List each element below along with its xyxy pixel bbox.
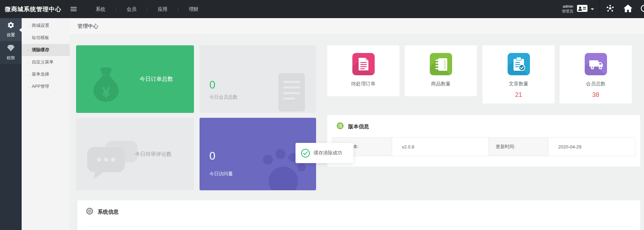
sidebar-submenu: · 商城设置 · 短信模板 · 清除缓存 · 自定义菜单 · 菜单选择 · AP… <box>22 18 70 230</box>
id-card-icon <box>577 4 588 14</box>
order-document-icon <box>352 53 375 75</box>
user-name: admin <box>562 4 573 9</box>
shortcut-card-pending-orders[interactable]: 待处理订单 <box>327 45 399 96</box>
menu-item-apps[interactable]: 应用 <box>147 0 178 18</box>
stat-card-value: 0 <box>209 150 215 162</box>
navbar-divider <box>599 0 599 18</box>
submenu-item-app-manage[interactable]: · APP管理 <box>22 80 70 93</box>
shortcut-card-product-count[interactable]: 商品数量 <box>405 45 477 96</box>
user-role: 管理员 <box>562 9 573 14</box>
gear-icon <box>7 21 15 30</box>
shortcut-card-value: 21 <box>482 91 555 99</box>
version-panel-header: 版本信息 <box>327 115 640 136</box>
submenu-item-label: 短信模板 <box>32 35 49 41</box>
stat-card-value: 0 <box>209 79 215 91</box>
system-record-icon <box>86 207 93 216</box>
sidebar-toggle-button[interactable] <box>70 6 77 12</box>
home-button[interactable] <box>623 4 633 14</box>
svg-text:¥: ¥ <box>102 84 110 100</box>
stat-card-members-today[interactable]: 0 今日会员总数 <box>200 45 316 113</box>
update-time-label-cell: 更新时间: <box>489 138 548 156</box>
rail-item-permissions[interactable]: 权限 <box>0 41 22 64</box>
submenu-item-label: 菜单选择 <box>32 71 49 77</box>
main-menu: 系统 会员 应用 理财 <box>85 0 209 18</box>
menu-item-finance[interactable]: 理财 <box>178 0 209 18</box>
system-panel-header: 系统信息 <box>77 200 640 221</box>
stat-card-pending-comments[interactable]: 今日待审评论数 <box>76 118 194 190</box>
submenu-item-label: 清除缓存 <box>32 47 49 53</box>
rail-item-label: 权限 <box>7 55 15 61</box>
money-bag-icon: ¥ <box>85 66 127 109</box>
system-info-panel: 系统信息 <box>77 200 640 230</box>
shortcut-card-member-total[interactable]: 会员总数 38 <box>560 45 632 104</box>
navbar-right-cluster: admin 管理员 <box>562 0 644 18</box>
submenu-item-custom-menu[interactable]: · 自定义菜单 <box>22 56 70 68</box>
version-table: 程序版本: v2.0.8 更新时间: 2020-04-29 <box>332 137 635 156</box>
system-panel-title: 系统信息 <box>98 209 119 215</box>
page-title: 管理中心 <box>77 23 98 30</box>
update-time-value-cell: 2020-04-29 <box>548 138 635 156</box>
submenu-item-label: APP管理 <box>32 84 49 90</box>
shortcut-card-article-count[interactable]: 文章数量 21 <box>482 45 555 104</box>
version-panel-title: 版本信息 <box>348 123 369 130</box>
menu-item-system[interactable]: 系统 <box>85 0 116 18</box>
chevron-down-icon <box>591 8 594 10</box>
truck-icon <box>585 53 607 75</box>
submenu-item-mall-settings[interactable]: · 商城设置 <box>22 20 70 32</box>
shortcut-card-value: 38 <box>560 91 632 99</box>
bullet-icon: · <box>28 84 29 89</box>
shortcut-card-label: 会员总数 <box>560 81 632 87</box>
rail-item-settings[interactable]: 设置 <box>0 18 22 41</box>
content-header: 管理中心 <box>70 18 644 34</box>
system-panel-divider <box>86 226 632 227</box>
document-icon <box>274 71 310 113</box>
stat-card-label: 今日会员总数 <box>209 94 238 100</box>
stat-card-label: 今日访问量 <box>209 171 233 177</box>
user-menu-button[interactable] <box>577 4 599 14</box>
version-value-cell: v2.0.8 <box>392 138 489 156</box>
stat-card-orders-today[interactable]: ¥ 今日订单总数 <box>76 45 194 113</box>
power-icon <box>640 4 644 14</box>
stat-card-label: 今日待审评论数 <box>135 118 172 190</box>
shortcut-card-label: 待处理订单 <box>327 81 399 87</box>
user-info[interactable]: admin 管理员 <box>562 4 573 14</box>
bullet-icon: · <box>28 60 29 65</box>
rail-item-label: 设置 <box>7 32 15 38</box>
shortcut-card-label: 商品数量 <box>405 81 477 87</box>
version-info-panel: 版本信息 程序版本: v2.0.8 更新时间: 2020-04-29 <box>327 115 640 167</box>
toast-message: 缓存清除成功 <box>314 150 342 156</box>
active-rail-pointer <box>19 28 22 32</box>
hamburger-icon <box>70 7 77 11</box>
comments-icon <box>85 138 141 185</box>
bullet-icon: · <box>28 48 29 53</box>
share-button[interactable] <box>606 4 615 14</box>
app-logo: 微商城系统管理中心 <box>5 5 61 13</box>
submenu-item-label: 自定义菜单 <box>32 59 54 65</box>
stat-card-label: 今日订单总数 <box>140 45 173 113</box>
submenu-item-sms-template[interactable]: · 短信模板 <box>22 32 70 44</box>
submenu-item-menu-select[interactable]: · 菜单选择 <box>22 68 70 80</box>
menu-item-member[interactable]: 会员 <box>116 0 147 18</box>
notebook-icon <box>430 53 452 75</box>
top-navbar: 微商城系统管理中心 系统 会员 应用 理财 admin 管理员 <box>0 0 644 18</box>
bullet-icon: · <box>28 36 29 40</box>
bullet-icon: · <box>28 72 29 77</box>
share-network-icon <box>606 4 615 14</box>
submenu-item-label: 商城设置 <box>32 23 49 29</box>
logout-button[interactable] <box>640 4 644 14</box>
bullet-icon: · <box>28 23 29 28</box>
success-toast: 缓存清除成功 <box>295 143 353 163</box>
home-icon <box>623 4 633 14</box>
shortcut-card-label: 文章数量 <box>482 81 555 87</box>
gem-icon <box>7 44 15 53</box>
check-circle-icon <box>301 148 310 158</box>
version-list-icon <box>336 122 344 131</box>
clipboard-check-icon <box>508 53 530 75</box>
submenu-item-clear-cache[interactable]: · 清除缓存 <box>22 44 70 56</box>
sidebar-rail: 设置 权限 <box>0 18 22 230</box>
